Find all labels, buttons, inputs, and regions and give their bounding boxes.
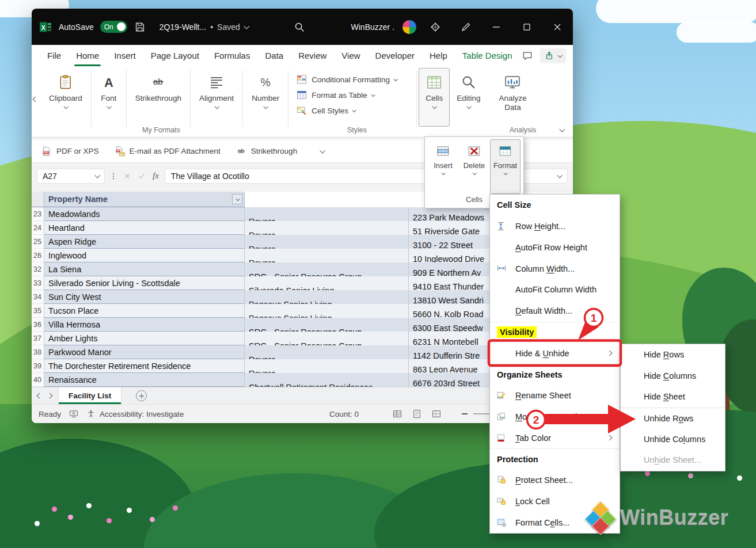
quick-tool-e-mail-as-pdf-attachment[interactable]: PDFE-mail as PDF Attachment [114, 146, 221, 157]
cell[interactable]: Inglewood [44, 249, 245, 262]
menu-item-move-or-copy-sheet[interactable]: Move or Copy Sheet [490, 406, 620, 428]
ribbon-button-analyze-data[interactable]: Analyze Data [487, 68, 538, 127]
tab-insert[interactable]: Insert [107, 45, 143, 66]
menu-item-hide-rows[interactable]: Hide Rows [621, 344, 725, 366]
menu-item-hide-sheet[interactable]: Hide Sheet [621, 386, 725, 408]
cell[interactable]: Parkwood Manor [44, 345, 245, 359]
menu-item-lock-cell[interactable]: Lock Cell [490, 491, 620, 512]
accessibility-status[interactable]: Accessibility: Investigate [86, 409, 184, 418]
tab-help[interactable]: Help [422, 45, 455, 66]
popup-button-insert[interactable]: Insert [428, 139, 458, 194]
menu-item-row-height[interactable]: Row Height... [490, 216, 620, 237]
cell[interactable]: Silverado Senior Living - Scottsdale [44, 276, 245, 290]
ribbon-button-editing[interactable]: Editing [450, 68, 487, 127]
filter-button[interactable] [232, 194, 242, 204]
add-sheet-button[interactable] [136, 390, 147, 401]
tab-page-layout[interactable]: Page Layout [143, 45, 207, 66]
ribbon-button-conditional-formatting[interactable]: Conditional Formatting [296, 74, 409, 85]
save-icon[interactable] [134, 21, 146, 33]
tab-table-design[interactable]: Table Design [455, 45, 520, 66]
zoom-out-icon[interactable] [462, 413, 468, 414]
autosave-toggle[interactable]: On [100, 21, 127, 33]
cell[interactable]: Renaissance [44, 373, 245, 387]
popup-button-delete[interactable]: Delete [459, 139, 489, 194]
insert-function-button[interactable]: fx [151, 171, 161, 181]
quick-tool-strikethrough[interactable]: abStrikethrough [235, 146, 297, 157]
account-name[interactable]: WinBuzzer . [351, 22, 394, 32]
view-break-icon[interactable] [431, 409, 442, 419]
ribbon-button-clipboard[interactable]: Clipboard [42, 68, 89, 127]
ribbon-button-cell-styles[interactable]: Cell Styles [296, 105, 409, 116]
close-button[interactable] [545, 14, 569, 40]
cell[interactable]: Chartwell Retirement Residences [245, 373, 409, 387]
quick-tool-pdf-or-xps[interactable]: PDFPDF or XPS [41, 146, 99, 157]
tab-view[interactable]: View [334, 45, 367, 66]
tab-file[interactable]: File [40, 45, 69, 66]
row-number[interactable]: 35 [32, 304, 44, 318]
row-number[interactable]: 25 [32, 235, 44, 249]
cell[interactable]: Sun City West [44, 290, 245, 304]
tab-review[interactable]: Review [291, 45, 334, 66]
maximize-button[interactable] [515, 14, 539, 40]
pen-icon[interactable] [459, 21, 472, 33]
menu-item-autofit-row-height[interactable]: AutoFit Row Height [490, 237, 620, 258]
row-number[interactable]: 38 [32, 345, 44, 359]
cell[interactable]: Amber Lights [44, 332, 245, 345]
record-icon[interactable] [69, 409, 79, 419]
column-header-property-name[interactable]: Property Name [44, 192, 245, 207]
cell[interactable]: The Dorchester Retirement Residence [44, 359, 245, 373]
row-number[interactable]: 33 [32, 276, 44, 290]
ribbon-button-font[interactable]: AFont [93, 68, 124, 127]
sheet-tab-facility-list[interactable]: Facility List [58, 387, 121, 404]
cell[interactable]: Meadowlands [44, 207, 245, 221]
ribbon-button-format-as-table[interactable]: Format as Table [296, 89, 409, 101]
cell[interactable]: Villa Hermosa [44, 318, 245, 332]
tab-data[interactable]: Data [257, 45, 291, 66]
status-count[interactable]: Count: 0 [329, 410, 359, 418]
menu-item-autofit-column-width[interactable]: AutoFit Column Width [490, 279, 620, 300]
row-number[interactable]: 37 [32, 332, 44, 345]
avatar[interactable] [402, 20, 417, 35]
formula-bar-options-icon[interactable] [109, 172, 118, 181]
enter-icon[interactable] [136, 171, 147, 181]
menu-item-protect-sheet[interactable]: Protect Sheet... [490, 470, 620, 491]
menu-item-hide-columns[interactable]: Hide Columns [621, 366, 725, 387]
diamond-icon[interactable] [429, 21, 442, 33]
menu-item-column-width[interactable]: Column Width... [490, 258, 620, 279]
popup-button-format[interactable]: Format [490, 139, 521, 194]
row-number[interactable]: 26 [32, 249, 44, 262]
menu-item-hide-unhide[interactable]: Hide & Unhide [490, 342, 620, 364]
tab-home[interactable]: Home [69, 45, 107, 66]
view-layout-icon[interactable] [412, 409, 422, 419]
menu-item-unhide-rows[interactable]: Unhide Rows [621, 408, 725, 429]
menu-item-tab-color[interactable]: Tab Color [490, 427, 620, 448]
cell[interactable]: La Siena [44, 262, 245, 276]
ribbon-button-strikethrough[interactable]: abStrikethrough [128, 68, 188, 127]
row-number[interactable]: 36 [32, 318, 44, 332]
cell[interactable]: Heartland [44, 221, 245, 235]
row-number[interactable]: 39 [32, 359, 44, 373]
share-button[interactable] [540, 48, 566, 63]
comments-icon[interactable] [522, 50, 533, 62]
tab-developer[interactable]: Developer [368, 45, 422, 66]
tab-formulas[interactable]: Formulas [207, 45, 258, 66]
sheet-nav-right-icon[interactable] [47, 393, 53, 399]
row-number[interactable]: 32 [32, 262, 44, 276]
document-title[interactable]: 2Q19-Wellt... • Saved [159, 22, 248, 32]
ribbon-button-cells[interactable]: Cells [419, 68, 450, 127]
menu-item-unhide-columns[interactable]: Unhide Columns [621, 428, 725, 450]
ribbon-button-alignment[interactable]: Alignment [192, 68, 241, 127]
sheet-nav-left-icon[interactable] [37, 393, 43, 399]
row-number[interactable]: 23 [32, 207, 44, 221]
row-number[interactable]: 24 [32, 221, 44, 235]
view-normal-icon[interactable] [392, 409, 402, 419]
menu-item-format-cells[interactable]: Format Cells... [490, 512, 620, 533]
cancel-icon[interactable] [122, 171, 132, 181]
row-number[interactable]: 40 [32, 373, 44, 387]
name-box[interactable]: A27 [37, 169, 105, 184]
cell[interactable]: Aspen Ridge [44, 235, 245, 249]
search-icon[interactable] [293, 21, 306, 33]
minimize-button[interactable] [484, 14, 508, 40]
menu-item-rename-sheet[interactable]: Rename Sheet [490, 385, 620, 406]
row-number[interactable]: 34 [32, 290, 44, 304]
